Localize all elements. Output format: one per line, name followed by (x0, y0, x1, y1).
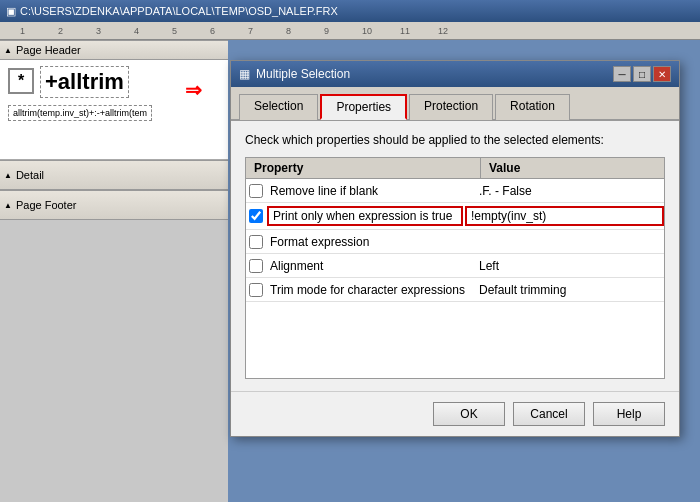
prop-name-remove-line: Remove line if blank (266, 182, 471, 200)
prop-name-alignment: Alignment (266, 257, 471, 275)
table-row: Alignment Left (246, 254, 664, 278)
prop-name-print-only: Print only when expression is true (267, 206, 463, 226)
ruler-mark: 7 (248, 26, 286, 36)
tabs-container: Selection Properties Protection Rotation (231, 87, 679, 121)
arrow-right-icon: ⇒ (185, 78, 202, 102)
prop-value-remove-line: .F. - False (471, 182, 664, 200)
table-row: Format expression (246, 230, 664, 254)
multiple-selection-dialog: ▦ Multiple Selection ─ □ ✕ Selection Pro… (230, 60, 680, 437)
checkbox-trim-mode[interactable] (246, 283, 266, 297)
page-header-section: ▲ Page Header (0, 40, 228, 60)
app-titlebar: ▣ C:\USERS\ZDENKA\APPDATA\LOCAL\TEMP\OSD… (0, 0, 700, 22)
checkbox-input[interactable] (249, 235, 263, 249)
col-property-header: Property (246, 158, 481, 178)
checkbox-alignment[interactable] (246, 259, 266, 273)
page-footer-section: ▲ Page Footer (0, 190, 228, 220)
ruler-mark: 8 (286, 26, 324, 36)
detail-label: Detail (16, 169, 44, 181)
prop-name-trim-mode: Trim mode for character expressions (266, 281, 471, 299)
dialog-icon: ▦ (239, 67, 250, 81)
page-header-label: Page Header (16, 44, 81, 56)
ruler-mark: 9 (324, 26, 362, 36)
table-row-highlighted: Print only when expression is true !empt… (246, 203, 664, 230)
field-star[interactable]: * (8, 68, 34, 94)
dialog-buttons: OK Cancel Help (231, 391, 679, 436)
collapse-icon[interactable]: ▲ (4, 171, 12, 180)
checkbox-format-expr[interactable] (246, 235, 266, 249)
dialog-controls: ─ □ ✕ (613, 66, 671, 82)
tab-protection[interactable]: Protection (409, 94, 493, 120)
ruler-mark: 10 (362, 26, 400, 36)
dialog-description: Check which properties should be applied… (245, 133, 665, 147)
col-value-header: Value (481, 158, 664, 178)
collapse-icon[interactable]: ▲ (4, 46, 12, 55)
table-row: Remove line if blank .F. - False (246, 179, 664, 203)
prop-name-format-expr: Format expression (266, 233, 471, 251)
app-title: C:\USERS\ZDENKA\APPDATA\LOCAL\TEMP\OSD_N… (20, 5, 338, 17)
ruler-mark: 1 (20, 26, 58, 36)
minimize-button[interactable]: ─ (613, 66, 631, 82)
collapse-icon[interactable]: ▲ (4, 201, 12, 210)
app-icon: ▣ (6, 5, 16, 18)
tab-selection[interactable]: Selection (239, 94, 318, 120)
checkbox-input[interactable] (249, 259, 263, 273)
field-alltrim-small[interactable]: alltrim(temp.inv_st)+:-+alltrim(tem (8, 105, 152, 121)
ruler: 1 2 3 4 5 6 7 8 9 10 11 12 (0, 22, 700, 40)
editor-area: ▲ Page Header * +alltrim ⇒ alltrim(temp.… (0, 40, 228, 502)
field-alltrim-large[interactable]: +alltrim (40, 66, 129, 98)
props-table-header: Property Value (245, 157, 665, 179)
prop-value-trim-mode: Default trimming (471, 281, 664, 299)
checkbox-remove-line[interactable] (246, 184, 266, 198)
detail-section: ▲ Detail (0, 160, 228, 190)
ruler-mark: 6 (210, 26, 248, 36)
ruler-mark: 11 (400, 26, 438, 36)
table-row: Trim mode for character expressions Defa… (246, 278, 664, 302)
page-header-content: * +alltrim ⇒ alltrim(temp.inv_st)+:-+all… (0, 60, 228, 160)
prop-value-alignment: Left (471, 257, 664, 275)
ruler-mark: 12 (438, 26, 476, 36)
prop-value-format-expr (471, 240, 664, 244)
ruler-mark: 3 (96, 26, 134, 36)
page-footer-label: Page Footer (16, 199, 77, 211)
close-button[interactable]: ✕ (653, 66, 671, 82)
prop-value-print-only: !empty(inv_st) (465, 206, 664, 226)
checkbox-input[interactable] (249, 283, 263, 297)
tab-rotation[interactable]: Rotation (495, 94, 570, 120)
ruler-mark: 2 (58, 26, 96, 36)
tab-properties[interactable]: Properties (320, 94, 407, 120)
checkbox-input[interactable] (249, 209, 263, 223)
dialog-title-area: ▦ Multiple Selection (239, 67, 350, 81)
checkbox-input[interactable] (249, 184, 263, 198)
maximize-button[interactable]: □ (633, 66, 651, 82)
dialog-content: Check which properties should be applied… (231, 121, 679, 391)
dialog-titlebar: ▦ Multiple Selection ─ □ ✕ (231, 61, 679, 87)
ruler-mark: 4 (134, 26, 172, 36)
ok-button[interactable]: OK (433, 402, 505, 426)
cancel-button[interactable]: Cancel (513, 402, 585, 426)
help-button[interactable]: Help (593, 402, 665, 426)
dialog-title: Multiple Selection (256, 67, 350, 81)
props-table: Remove line if blank .F. - False Print o… (245, 179, 665, 379)
checkbox-print-only[interactable] (246, 209, 266, 223)
ruler-mark: 5 (172, 26, 210, 36)
